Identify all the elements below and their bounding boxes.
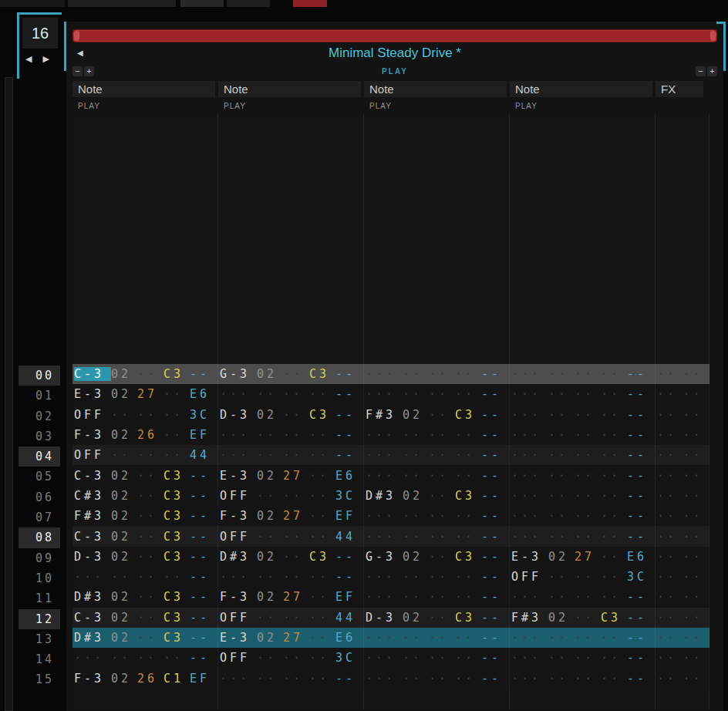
instrument-field[interactable]: ·· xyxy=(548,469,575,483)
volume-field[interactable]: ·· xyxy=(429,550,455,564)
delay-field[interactable]: ·· xyxy=(309,590,335,604)
volume-field[interactable]: 27 xyxy=(283,469,309,483)
volume-field[interactable]: ·· xyxy=(429,428,455,442)
note-field[interactable]: ··· xyxy=(366,387,403,401)
note-field[interactable]: F#3 xyxy=(366,408,403,422)
note-cell[interactable]: C-302··C3-- xyxy=(72,526,218,546)
delay-field[interactable]: ·· xyxy=(601,550,627,564)
instrument-field[interactable]: 02 xyxy=(548,611,575,625)
volume-field[interactable]: ·· xyxy=(429,387,455,401)
top-tab-red[interactable] xyxy=(293,0,327,7)
instrument-field[interactable]: ·· xyxy=(111,570,137,584)
fx-field[interactable]: ·· xyxy=(657,489,683,503)
fx-field[interactable]: ·· xyxy=(683,651,709,665)
instrument-field[interactable]: ·· xyxy=(403,530,429,544)
instrument-field[interactable]: 02 xyxy=(403,489,429,503)
note-cell[interactable]: D#302··C3-- xyxy=(72,628,218,648)
volume-field[interactable]: ·· xyxy=(283,570,309,584)
delay-field[interactable]: ·· xyxy=(455,448,481,462)
delay-field[interactable]: ·· xyxy=(309,489,335,503)
volume-field[interactable]: ·· xyxy=(429,611,455,625)
note-field[interactable]: C-3 xyxy=(74,530,111,544)
note-cell[interactable]: D#302··C3-- xyxy=(218,547,364,567)
fx-field[interactable]: ·· xyxy=(683,550,709,564)
delay-field[interactable]: ·· xyxy=(601,631,627,645)
volume-field[interactable]: ·· xyxy=(575,367,601,381)
note-field[interactable]: E-3 xyxy=(511,550,548,564)
note-cell[interactable]: G-302··C3-- xyxy=(364,547,510,567)
fx-field[interactable]: ·· xyxy=(657,611,683,625)
instrument-field[interactable]: ·· xyxy=(111,408,137,422)
delay-field[interactable]: C3 xyxy=(163,550,190,564)
note-field[interactable]: D-3 xyxy=(220,408,257,422)
effect-field[interactable]: -- xyxy=(627,651,653,665)
instrument-field[interactable]: ·· xyxy=(548,672,575,686)
note-field[interactable]: E-3 xyxy=(220,469,257,483)
instrument-field[interactable]: ·· xyxy=(403,590,429,604)
note-cell[interactable]: E-30227··E6 xyxy=(218,628,364,648)
delay-field[interactable]: ·· xyxy=(309,428,335,442)
note-field[interactable]: ··· xyxy=(220,428,257,442)
volume-field[interactable]: ·· xyxy=(575,590,601,604)
volume-field[interactable]: ·· xyxy=(575,469,601,483)
effect-field[interactable]: -- xyxy=(481,448,507,462)
instrument-field[interactable]: 02 xyxy=(257,469,283,483)
note-field[interactable]: ··· xyxy=(511,448,548,462)
note-field[interactable]: ··· xyxy=(511,387,548,401)
instrument-field[interactable]: ·· xyxy=(548,631,575,645)
note-field[interactable]: D#3 xyxy=(366,489,403,503)
instrument-field[interactable]: ·· xyxy=(548,651,575,665)
note-cell[interactable]: ·········-- xyxy=(218,567,364,587)
note-cell[interactable]: OFF······3C xyxy=(218,486,364,506)
column-header-note-2[interactable]: Note xyxy=(218,81,361,97)
effect-field[interactable]: 3C xyxy=(190,408,216,422)
instrument-field[interactable]: 02 xyxy=(403,550,429,564)
note-cell[interactable]: ·········-- xyxy=(218,445,364,465)
instrument-field[interactable]: 02 xyxy=(257,408,283,422)
delay-field[interactable]: ·· xyxy=(601,570,627,584)
instrument-field[interactable]: 02 xyxy=(111,367,137,381)
note-field[interactable]: OFF xyxy=(220,530,257,544)
delay-field[interactable]: ·· xyxy=(455,651,481,665)
note-field[interactable]: ··· xyxy=(366,428,403,442)
fx-field[interactable]: ·· xyxy=(657,387,683,401)
fx-field[interactable]: ·· xyxy=(683,590,709,604)
volume-field[interactable]: ·· xyxy=(137,448,163,462)
zoom-in-button-right[interactable]: + xyxy=(707,66,717,76)
instrument-field[interactable]: ·· xyxy=(111,448,137,462)
delay-field[interactable]: ·· xyxy=(309,631,335,645)
note-cell[interactable]: ·········-- xyxy=(364,587,510,607)
note-cell[interactable]: ·········-- xyxy=(364,506,510,526)
effect-field[interactable]: 3C xyxy=(627,570,653,584)
volume-field[interactable]: ·· xyxy=(429,509,455,523)
delay-field[interactable]: ·· xyxy=(455,428,481,442)
column-header-note-4[interactable]: Note xyxy=(510,81,652,97)
effect-field[interactable]: -- xyxy=(481,387,507,401)
note-cell[interactable]: ·········-- xyxy=(510,526,656,546)
instrument-field[interactable]: ·· xyxy=(403,448,429,462)
note-cell[interactable]: ·········-- xyxy=(218,668,364,688)
fx-field[interactable]: ·· xyxy=(683,469,709,483)
note-field[interactable]: ··· xyxy=(511,469,548,483)
effect-field[interactable]: -- xyxy=(481,489,507,503)
note-field[interactable]: F#3 xyxy=(74,509,111,523)
volume-field[interactable]: 26 xyxy=(137,428,163,442)
volume-field[interactable]: ·· xyxy=(283,387,309,401)
fx-cell[interactable]: ···· xyxy=(656,526,709,546)
delay-field[interactable]: C3 xyxy=(163,367,190,381)
volume-field[interactable]: ·· xyxy=(429,408,455,422)
note-field[interactable]: ··· xyxy=(366,631,403,645)
note-field[interactable]: F#3 xyxy=(511,611,548,625)
volume-field[interactable]: ·· xyxy=(137,509,163,523)
effect-field[interactable]: -- xyxy=(335,570,362,584)
note-cell[interactable]: OFF······44 xyxy=(72,445,218,465)
instrument-field[interactable]: 02 xyxy=(111,387,137,401)
fx-field[interactable]: ·· xyxy=(683,489,709,503)
top-tab[interactable] xyxy=(227,0,270,7)
note-field[interactable]: OFF xyxy=(220,651,257,665)
effect-field[interactable]: -- xyxy=(627,428,653,442)
note-field[interactable]: OFF xyxy=(74,448,111,462)
note-cell[interactable]: ·········-- xyxy=(510,384,656,404)
note-cell[interactable]: ·········-- xyxy=(72,648,218,668)
effect-field[interactable]: -- xyxy=(190,489,216,503)
